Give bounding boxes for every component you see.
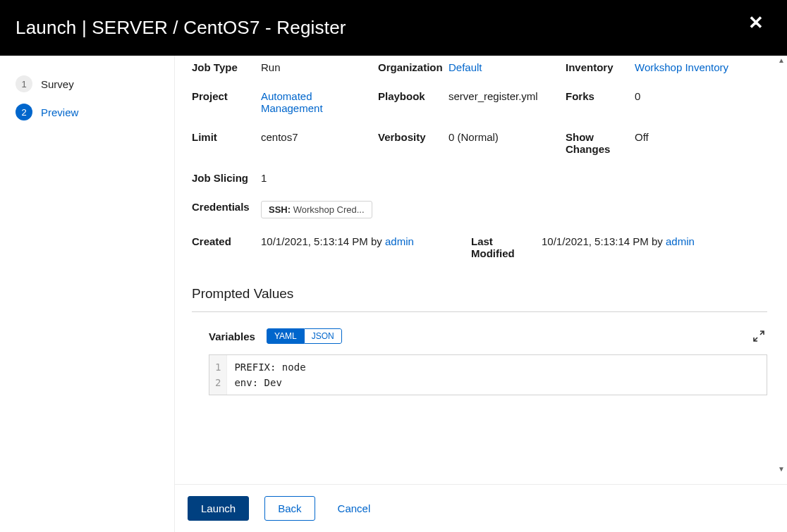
code-line: env: Dev xyxy=(234,375,759,390)
link-inventory[interactable]: Workshop Inventory xyxy=(635,61,728,73)
expand-button[interactable] xyxy=(750,328,767,345)
code-line: PREFIX: node xyxy=(234,359,759,375)
modified-timestamp: 10/1/2021, 5:13:14 PM xyxy=(542,235,649,247)
value-credentials: SSH: Workshop Cred... xyxy=(261,201,746,218)
value-verbosity: 0 (Normal) xyxy=(449,131,560,155)
value-organization: Default xyxy=(449,61,560,73)
label-forks: Forks xyxy=(566,90,629,114)
close-button[interactable]: ✕ xyxy=(748,14,764,31)
created-by-word: by xyxy=(371,235,382,247)
row-timestamps: Created 10/1/2021, 5:13:14 PM by admin L… xyxy=(192,235,746,259)
credential-name: Workshop Cred... xyxy=(293,204,365,215)
created-timestamp: 10/1/2021, 5:13:14 PM xyxy=(261,235,368,247)
label-credentials: Credentials xyxy=(192,201,255,218)
cancel-button[interactable]: Cancel xyxy=(331,497,378,520)
value-created: 10/1/2021, 5:13:14 PM by admin xyxy=(261,235,465,259)
dialog-header: Launch | SERVER / CentOS7 - Register ✕ xyxy=(0,0,787,56)
label-project: Project xyxy=(192,90,255,114)
value-inventory: Workshop Inventory xyxy=(635,61,746,73)
prompted-values-heading: Prompted Values xyxy=(192,286,767,302)
wizard-nav: 1 Survey 2 Preview xyxy=(0,56,175,532)
toggle-json[interactable]: JSON xyxy=(304,328,342,344)
value-playbook: server_register.yml xyxy=(449,90,560,114)
content-scroll[interactable]: Job Type Run Organization Default Invent… xyxy=(175,56,787,484)
code-content: PREFIX: node env: Dev xyxy=(227,355,767,395)
modified-by-word: by xyxy=(652,235,663,247)
line-number: 1 xyxy=(215,359,221,375)
label-limit: Limit xyxy=(192,131,255,155)
wizard-step-preview[interactable]: 2 Preview xyxy=(0,98,174,126)
back-button[interactable]: Back xyxy=(264,496,315,521)
wizard-step-survey[interactable]: 1 Survey xyxy=(0,70,174,98)
label-verbosity: Verbosity xyxy=(378,131,443,155)
value-limit: centos7 xyxy=(261,131,372,155)
step-label: Preview xyxy=(41,106,78,118)
variables-label: Variables xyxy=(209,330,255,342)
format-toggle: YAML JSON xyxy=(267,328,342,344)
link-modified-by[interactable]: admin xyxy=(666,235,695,247)
launch-button[interactable]: Launch xyxy=(188,496,249,521)
variables-editor[interactable]: 1 2 PREFIX: node env: Dev xyxy=(209,354,767,395)
divider xyxy=(192,311,767,312)
link-created-by[interactable]: admin xyxy=(385,235,414,247)
code-gutter: 1 2 xyxy=(209,355,227,395)
label-organization: Organization xyxy=(378,61,443,73)
link-organization[interactable]: Default xyxy=(449,61,482,73)
dialog-footer: Launch Back Cancel xyxy=(175,484,787,532)
value-project: Automated Management xyxy=(261,90,372,114)
credential-type: SSH: xyxy=(269,204,291,215)
label-inventory: Inventory xyxy=(566,61,629,73)
toggle-yaml[interactable]: YAML xyxy=(267,328,304,344)
line-number: 2 xyxy=(215,375,221,390)
label-modified: Last Modified xyxy=(471,235,536,259)
details-grid: Job Type Run Organization Default Invent… xyxy=(192,56,767,259)
step-label: Survey xyxy=(41,78,74,90)
label-show-changes: Show Changes xyxy=(566,131,629,155)
close-icon: ✕ xyxy=(748,12,764,33)
credential-chip[interactable]: SSH: Workshop Cred... xyxy=(261,201,372,218)
step-number: 2 xyxy=(16,104,32,120)
dialog-body: 1 Survey 2 Preview ▲ Job Type Run Organi… xyxy=(0,56,787,532)
link-project[interactable]: Automated Management xyxy=(261,90,323,114)
value-show-changes: Off xyxy=(635,131,746,155)
label-created: Created xyxy=(192,235,255,259)
step-number: 1 xyxy=(16,75,32,92)
value-modified: 10/1/2021, 5:13:14 PM by admin xyxy=(542,235,746,259)
label-job-slicing: Job Slicing xyxy=(192,172,255,184)
value-job-type: Run xyxy=(261,61,372,73)
expand-icon xyxy=(753,330,764,342)
label-playbook: Playbook xyxy=(378,90,443,114)
dialog-title: Launch | SERVER / CentOS7 - Register xyxy=(16,17,346,39)
variables-row: Variables YAML JSON xyxy=(192,328,767,345)
content-wrap: ▲ Job Type Run Organization Default Inve… xyxy=(175,56,787,532)
value-forks: 0 xyxy=(635,90,746,114)
value-job-slicing: 1 xyxy=(261,172,372,184)
label-job-type: Job Type xyxy=(192,61,255,73)
